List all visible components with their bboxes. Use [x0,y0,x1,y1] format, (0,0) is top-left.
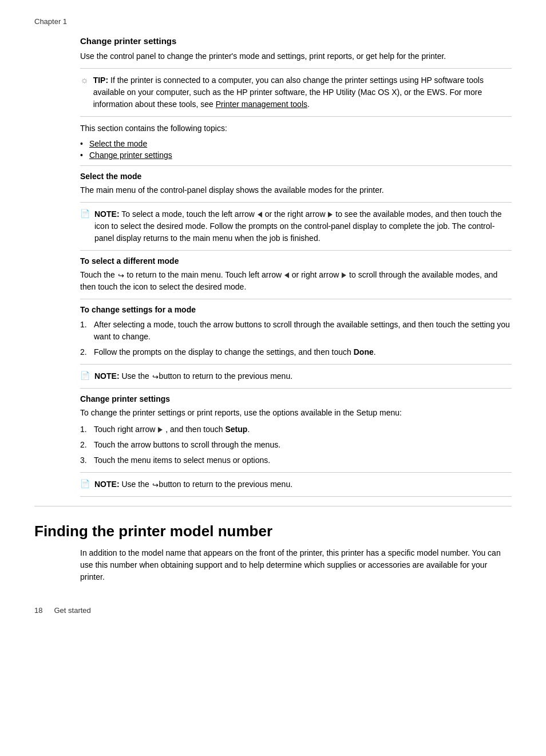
step-num-2: 2. [80,346,87,358]
change-printer-settings-heading: Change printer settings [80,36,512,46]
finding-model-number-heading: Finding the printer model number [34,523,512,540]
page-number: 18 [34,606,42,615]
tip-icon: ☼ [80,75,89,85]
return-icon-1: ↩ [118,270,124,282]
change-settings-step-2: 2. Follow the prompts on the display to … [80,346,512,358]
note-content-2: NOTE: Use the ↩button to return to the p… [94,370,512,382]
finding-model-number-text: In addition to the model name that appea… [80,547,512,583]
note-box-3: 📄 NOTE: Use the ↩button to return to the… [80,472,512,497]
arrow-right-icon-1 [328,212,333,217]
change-settings2-step1-text: Touch right arrow , and then touch Setup… [94,425,250,434]
to-select-text1: Touch the [80,270,115,279]
tip-text-after: . [307,100,310,109]
select-mode-heading: Select the mode [80,172,512,181]
to-change-settings-heading: To change settings for a mode [80,305,512,314]
topic-change-printer-settings-link[interactable]: Change printer settings [89,151,172,160]
note3-text: Use the [121,480,151,489]
change-printer-settings-intro: Use the control panel to change the prin… [80,50,512,62]
step-num-1: 1. [80,319,87,331]
return-icon-2: ↩ [152,371,159,383]
divider-2 [80,299,512,299]
note3-text2: button to return to the previous menu. [159,480,292,489]
arrow-left-icon-2 [284,272,289,278]
footer-label: Get started [54,606,90,615]
footer: 18 Get started [34,606,512,615]
change-settings2-step-1: 1. Touch right arrow , and then touch Se… [80,423,512,436]
to-select-diff-mode-para: Touch the ↩ to return to the main menu. … [80,269,512,293]
change-settings-step-1: 1. After selecting a mode, touch the arr… [80,319,512,343]
note-box-2: 📄 NOTE: Use the ↩button to return to the… [80,364,512,389]
topic-item-2: Change printer settings [80,151,512,160]
note-content-1: NOTE: To select a mode, touch the left a… [94,208,512,244]
chapter-label: Chapter 1 [34,17,512,26]
to-select-text3: or right arrow [292,270,339,279]
change-settings2-step-3: 3. Touch the menu items to select menus … [80,454,512,466]
topics-list: Select the mode Change printer settings [80,139,512,160]
change-settings-step2-text: Follow the prompts on the display to cha… [94,347,376,357]
change-printer-settings2-text: To change the printer settings or print … [80,407,512,419]
note3-label: NOTE: [94,480,120,489]
arrow-right-icon-2 [342,272,346,278]
change-settings2-step2-text: Touch the arrow buttons to scroll throug… [94,440,280,449]
topics-intro: This section contains the following topi… [80,122,512,134]
change-settings-step1-text: After selecting a mode, touch the arrow … [94,320,510,341]
change-settings2-step-2: 2. Touch the arrow buttons to scroll thr… [80,439,512,451]
note2-text: Use the [121,371,151,381]
step2-num-2: 2. [80,439,87,451]
return-icon-3: ↩ [152,480,159,491]
tip-content: TIP: If the printer is connected to a co… [93,74,512,110]
note1-label: NOTE: [94,209,120,219]
to-select-text2: to return to the main menu. Touch left a… [127,270,282,279]
divider-1 [80,165,512,166]
note-icon-2: 📄 [80,371,90,380]
arrow-right-icon-3 [158,427,163,433]
step2-num-3: 3. [80,454,87,466]
section-divider [34,506,512,506]
printer-management-tools-link[interactable]: Printer management tools [216,100,307,109]
topic-select-mode-link[interactable]: Select the mode [89,139,147,148]
to-select-diff-mode-heading: To select a different mode [80,256,512,266]
note1-text: To select a mode, touch the left arrow [121,209,257,219]
note2-text2: button to return to the previous menu. [159,371,292,381]
select-mode-text: The main menu of the control-panel displ… [80,184,512,196]
change-printer-settings2-list: 1. Touch right arrow , and then touch Se… [80,423,512,466]
note-icon-1: 📄 [80,209,90,218]
change-printer-settings2-heading: Change printer settings [80,394,512,403]
note-icon-3: 📄 [80,479,90,488]
note1-text2: or the right arrow [263,209,328,219]
arrow-left-icon-1 [258,212,262,217]
done-bold: Done [354,347,374,357]
note-content-3: NOTE: Use the ↩button to return to the p… [94,478,512,490]
tip-label: TIP: [93,76,108,85]
topic-item-1: Select the mode [80,139,512,148]
step2-num-1: 1. [80,423,87,436]
tip-box: ☼ TIP: If the printer is connected to a … [80,68,512,117]
note-box-1: 📄 NOTE: To select a mode, touch the left… [80,202,512,251]
note2-label: NOTE: [94,371,120,381]
setup-bold: Setup [225,425,247,434]
change-settings-list: 1. After selecting a mode, touch the arr… [80,319,512,358]
change-settings2-step3-text: Touch the menu items to select menus or … [94,456,270,465]
